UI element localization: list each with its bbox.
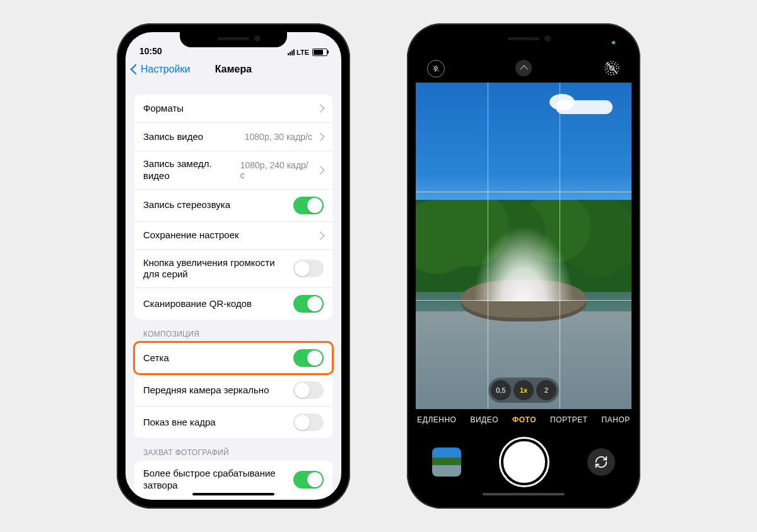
row-mirror-front[interactable]: Передняя камера зеркально bbox=[134, 374, 332, 406]
flash-off-icon[interactable] bbox=[427, 60, 445, 78]
toggle-grid[interactable] bbox=[293, 349, 324, 367]
toggle-view-outside-frame[interactable] bbox=[293, 413, 324, 431]
toggle-mirror-front[interactable] bbox=[293, 381, 324, 399]
settings-group-composition: Сетка Передняя камера зеркально Показ вн… bbox=[134, 342, 332, 438]
mode-slomo[interactable]: ЕДЛЕННО bbox=[417, 415, 456, 424]
network-label: LTE bbox=[296, 49, 309, 56]
chevron-left-icon bbox=[131, 64, 141, 75]
mode-portrait[interactable]: ПОРТРЕТ bbox=[550, 415, 588, 424]
row-label: Сетка bbox=[143, 352, 169, 364]
back-button[interactable]: Настройки bbox=[126, 64, 190, 75]
row-stereo-audio[interactable]: Запись стереозвука bbox=[134, 189, 332, 221]
home-indicator[interactable] bbox=[483, 493, 565, 495]
row-label: Форматы bbox=[143, 103, 184, 115]
camera-viewfinder[interactable]: 0,5 1x 2 bbox=[416, 83, 631, 409]
battery-icon bbox=[312, 49, 327, 56]
row-volume-burst[interactable]: Кнопка увеличения громкости для серий bbox=[134, 250, 332, 288]
group-header-composition: КОМПОЗИЦИЯ bbox=[134, 320, 332, 342]
row-grid[interactable]: Сетка bbox=[134, 342, 332, 374]
mode-pano[interactable]: ПАНОР bbox=[602, 415, 630, 424]
camera-mode-strip[interactable]: ЕДЛЕННО ВИДЕО ФОТО ПОРТРЕТ ПАНОР bbox=[416, 409, 631, 431]
row-record-video[interactable]: Запись видео 1080p, 30 кадр/с bbox=[134, 122, 332, 151]
row-view-outside-frame[interactable]: Показ вне кадра bbox=[134, 406, 332, 438]
row-label: Сохранение настроек bbox=[143, 229, 239, 241]
chevron-up-icon[interactable] bbox=[515, 60, 532, 76]
toggle-volume-burst[interactable] bbox=[293, 260, 324, 277]
row-label: Запись замедл. видео bbox=[143, 158, 240, 182]
row-formats[interactable]: Форматы bbox=[134, 95, 332, 122]
camera-screen: 0,5 1x 2 ЕДЛЕННО ВИДЕО ФОТО ПОРТРЕТ ПАНО… bbox=[416, 32, 631, 500]
toggle-faster-shutter[interactable] bbox=[293, 471, 324, 489]
shutter-button[interactable] bbox=[501, 439, 548, 485]
row-record-slomo[interactable]: Запись замедл. видео 1080p, 240 кадр/с bbox=[134, 151, 332, 189]
phone-settings: 10:50 LTE Настройки Камера Форматы bbox=[117, 23, 350, 509]
settings-screen: 10:50 LTE Настройки Камера Форматы bbox=[126, 32, 341, 500]
chevron-right-icon bbox=[316, 166, 325, 175]
zoom-1x[interactable]: 1x bbox=[513, 380, 534, 400]
home-indicator[interactable] bbox=[192, 493, 274, 495]
row-value: 1080p, 30 кадр/с bbox=[245, 132, 312, 142]
mode-photo[interactable]: ФОТО bbox=[512, 415, 536, 424]
row-label: Показ вне кадра bbox=[143, 417, 216, 429]
row-label: Запись стереозвука bbox=[143, 199, 230, 211]
row-label: Запись видео bbox=[143, 131, 203, 143]
zoom-0-5x[interactable]: 0,5 bbox=[491, 380, 511, 400]
chevron-right-icon bbox=[316, 104, 325, 113]
status-time: 10:50 bbox=[139, 46, 162, 56]
chevron-right-icon bbox=[316, 231, 325, 240]
cloud-decoration bbox=[549, 94, 575, 110]
last-photo-thumbnail[interactable] bbox=[432, 448, 461, 477]
settings-content[interactable]: Форматы Запись видео 1080p, 30 кадр/с За… bbox=[126, 83, 341, 500]
row-label: Кнопка увеличения громкости для серий bbox=[143, 257, 276, 281]
group-footer-capture: Подстраивать качество изображений при бы… bbox=[134, 499, 332, 500]
toggle-stereo-audio[interactable] bbox=[293, 197, 324, 214]
zoom-2x[interactable]: 2 bbox=[536, 380, 556, 400]
status-right: LTE bbox=[288, 49, 327, 56]
chevron-right-icon bbox=[316, 132, 325, 141]
mode-video[interactable]: ВИДЕО bbox=[470, 415, 498, 424]
back-label: Настройки bbox=[141, 64, 190, 75]
group-header-capture: ЗАХВАТ ФОТОГРАФИЙ bbox=[134, 438, 332, 461]
flip-camera-button[interactable] bbox=[587, 448, 615, 476]
phone-camera: 0,5 1x 2 ЕДЛЕННО ВИДЕО ФОТО ПОРТРЕТ ПАНО… bbox=[407, 23, 640, 509]
live-photo-off-icon[interactable] bbox=[604, 60, 620, 76]
camera-bottom-bar bbox=[416, 431, 631, 500]
row-label: Сканирование QR-кодов bbox=[143, 298, 252, 310]
row-value: 1080p, 240 кадр/с bbox=[240, 160, 312, 180]
nav-bar: Настройки Камера bbox=[126, 56, 341, 83]
grid-line bbox=[488, 83, 488, 409]
row-preserve-settings[interactable]: Сохранение настроек bbox=[134, 221, 332, 250]
notch bbox=[470, 31, 577, 47]
row-label: Более быстрое срабатывание затвора bbox=[143, 468, 276, 492]
settings-group-main: Форматы Запись видео 1080p, 30 кадр/с За… bbox=[134, 95, 332, 320]
zoom-selector: 0,5 1x 2 bbox=[488, 378, 559, 403]
grid-line bbox=[416, 192, 631, 192]
grid-line bbox=[560, 83, 560, 409]
signal-icon bbox=[288, 49, 295, 55]
row-scan-qr[interactable]: Сканирование QR-кодов bbox=[134, 287, 332, 320]
toggle-scan-qr[interactable] bbox=[293, 295, 324, 313]
page-title: Камера bbox=[215, 64, 252, 75]
svg-line-4 bbox=[606, 62, 617, 73]
row-label: Передняя камера зеркально bbox=[143, 385, 269, 396]
grid-line bbox=[416, 300, 631, 301]
notch bbox=[180, 31, 287, 47]
